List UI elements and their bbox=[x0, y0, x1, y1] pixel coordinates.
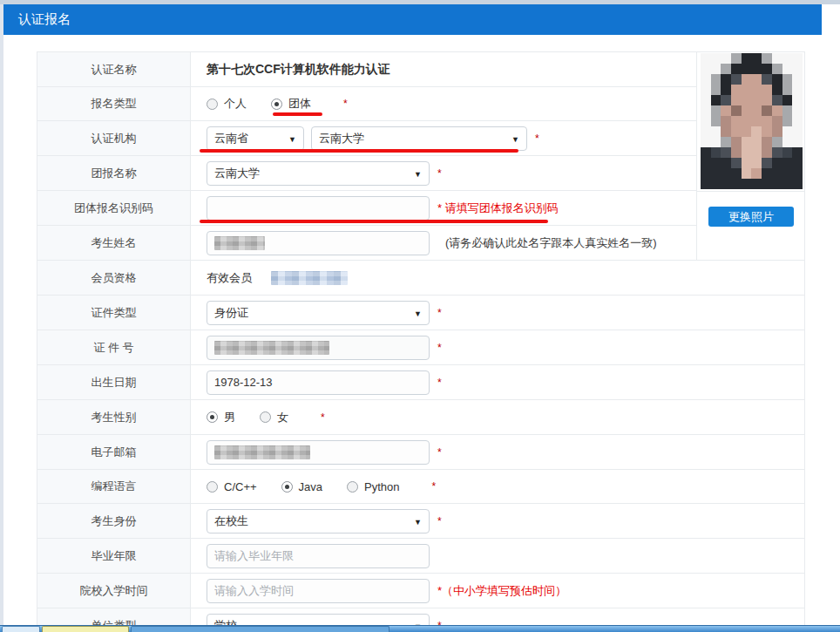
page-title: 认证报名 bbox=[18, 11, 71, 28]
birth-date-label: 出生日期 bbox=[37, 365, 191, 399]
row-email: 电子邮箱 * bbox=[37, 435, 804, 470]
photo-divider bbox=[697, 191, 805, 192]
candidate-name-input[interactable] bbox=[207, 231, 430, 255]
redacted-member-id bbox=[271, 271, 348, 285]
candidate-photo bbox=[701, 53, 803, 189]
row-id-number: 证 件 号 * bbox=[37, 330, 804, 365]
organization-select-value: 云南大学 bbox=[319, 131, 364, 146]
identity-select[interactable]: 在校生 ▼ bbox=[207, 509, 430, 533]
radio-male-icon[interactable] bbox=[207, 411, 218, 423]
gender-option-male[interactable]: 男 bbox=[207, 410, 235, 425]
change-photo-button[interactable]: 更换照片 bbox=[708, 207, 794, 227]
group-code-label: 团体报名识别码 bbox=[37, 191, 191, 225]
window-left-edge bbox=[0, 4, 3, 632]
row-candidate-name: 考生姓名 (请务必确认此处名字跟本人真实姓名一致) bbox=[37, 226, 804, 261]
row-language: 编程语言 C/C++ Java Python * bbox=[37, 470, 804, 504]
row-identity: 考生身份 在校生 ▼ * bbox=[37, 504, 804, 539]
group-name-select-value: 云南大学 bbox=[214, 166, 260, 181]
email-input[interactable] bbox=[207, 440, 430, 465]
reg-type-option-personal[interactable]: 个人 bbox=[207, 96, 247, 112]
language-option-c[interactable]: C/C++ bbox=[207, 480, 257, 493]
required-asterisk: * bbox=[343, 98, 348, 110]
gender-label: 考生性别 bbox=[37, 400, 191, 434]
required-asterisk: * bbox=[321, 411, 325, 424]
radio-female-label: 女 bbox=[277, 410, 288, 425]
identity-select-value: 在校生 bbox=[214, 513, 248, 529]
chevron-down-icon: ▼ bbox=[414, 309, 422, 318]
required-asterisk: * bbox=[535, 133, 539, 145]
id-type-select[interactable]: 身份证 ▼ bbox=[207, 301, 430, 325]
reg-type-option-group[interactable]: 团体 bbox=[271, 96, 311, 112]
chevron-down-icon: ▼ bbox=[414, 170, 422, 179]
redacted-email bbox=[214, 445, 310, 459]
province-select[interactable]: 云南省 ▼ bbox=[207, 126, 304, 151]
graduation-year-input[interactable] bbox=[207, 544, 430, 568]
enrollment-time-input[interactable] bbox=[207, 579, 430, 603]
organization-select[interactable]: 云南大学 ▼ bbox=[311, 126, 527, 151]
required-asterisk: * bbox=[432, 480, 437, 493]
row-reg-type: 报名类型 个人 团体 * bbox=[37, 87, 804, 121]
radio-java-label: Java bbox=[299, 480, 322, 493]
radio-female-icon[interactable] bbox=[260, 411, 271, 423]
membership-label: 会员资格 bbox=[37, 261, 191, 295]
row-group-name: 团报名称 云南大学 ▼ * bbox=[37, 156, 804, 191]
cert-org-label: 认证机构 bbox=[37, 121, 191, 155]
radio-personal-icon[interactable] bbox=[207, 99, 218, 110]
required-asterisk: * bbox=[437, 446, 442, 459]
radio-group-icon[interactable] bbox=[271, 99, 282, 110]
bottom-taskbar-strip bbox=[0, 625, 840, 632]
id-type-label: 证件类型 bbox=[37, 296, 191, 330]
redacted-name bbox=[214, 236, 265, 250]
gender-option-female[interactable]: 女 bbox=[260, 410, 288, 425]
language-option-python[interactable]: Python bbox=[347, 480, 399, 493]
photo-panel: 更换照片 bbox=[696, 52, 804, 260]
candidate-name-note: (请务必确认此处名字跟本人真实姓名一致) bbox=[445, 235, 657, 251]
group-underline bbox=[273, 112, 322, 116]
group-code-required-note: * 请填写团体报名识别码 bbox=[437, 200, 559, 216]
row-id-type: 证件类型 身份证 ▼ * bbox=[37, 296, 804, 330]
group-name-label: 团报名称 bbox=[37, 156, 191, 190]
row-cert-name: 认证名称 第十七次CCF计算机软件能力认证 bbox=[37, 52, 804, 87]
org-underline bbox=[200, 149, 518, 153]
row-group-code: 团体报名识别码 * 请填写团体报名识别码 bbox=[37, 191, 804, 226]
row-cert-org: 认证机构 云南省 ▼ 云南大学 ▼ * bbox=[37, 121, 804, 156]
certification-registration-page: 认证报名 更换照片 认证名称 第十七次CCF计算机软件能力认证 报名类型 个人 bbox=[0, 0, 840, 632]
row-birth-date: 出生日期 * bbox=[37, 365, 804, 400]
row-membership: 会员资格 有效会员 bbox=[37, 261, 804, 296]
required-asterisk: * bbox=[437, 307, 442, 319]
row-graduation-year: 毕业年限 bbox=[37, 539, 804, 574]
radio-c-icon[interactable] bbox=[207, 481, 218, 493]
row-gender: 考生性别 男 女 * bbox=[37, 400, 804, 435]
radio-c-label: C/C++ bbox=[224, 480, 257, 493]
radio-java-icon[interactable] bbox=[281, 481, 293, 493]
required-asterisk: * bbox=[437, 342, 442, 354]
birth-date-input[interactable] bbox=[207, 370, 430, 395]
language-label: 编程语言 bbox=[37, 470, 191, 503]
taskbar-tab-2[interactable] bbox=[42, 626, 129, 632]
enrollment-time-label: 院校入学时间 bbox=[37, 574, 191, 608]
registration-form: 更换照片 认证名称 第十七次CCF计算机软件能力认证 报名类型 个人 团体 * bbox=[37, 51, 805, 632]
membership-status: 有效会员 bbox=[207, 270, 252, 286]
group-code-input[interactable] bbox=[207, 196, 430, 221]
id-type-select-value: 身份证 bbox=[214, 305, 248, 321]
page-header: 认证报名 bbox=[3, 4, 822, 35]
province-select-value: 云南省 bbox=[214, 131, 248, 146]
radio-python-label: Python bbox=[364, 480, 399, 493]
enrollment-required-note: *（中小学填写预估时间） bbox=[437, 583, 566, 599]
graduation-year-label: 毕业年限 bbox=[37, 539, 191, 573]
chevron-down-icon: ▼ bbox=[288, 135, 296, 144]
radio-personal-label: 个人 bbox=[224, 96, 247, 112]
language-option-java[interactable]: Java bbox=[281, 480, 322, 493]
cert-name-label: 认证名称 bbox=[37, 52, 191, 86]
radio-group-label: 团体 bbox=[288, 96, 311, 112]
id-number-label: 证 件 号 bbox=[37, 330, 191, 364]
group-name-select[interactable]: 云南大学 ▼ bbox=[207, 161, 430, 186]
group-code-underline bbox=[200, 220, 548, 223]
taskbar-tab-3[interactable] bbox=[131, 626, 390, 632]
identity-label: 考生身份 bbox=[37, 504, 191, 538]
id-number-input[interactable] bbox=[207, 336, 430, 360]
radio-python-icon[interactable] bbox=[347, 481, 358, 493]
taskbar-tab-1[interactable] bbox=[2, 626, 40, 632]
required-asterisk: * bbox=[437, 167, 442, 180]
candidate-name-label: 考生姓名 bbox=[37, 226, 191, 260]
